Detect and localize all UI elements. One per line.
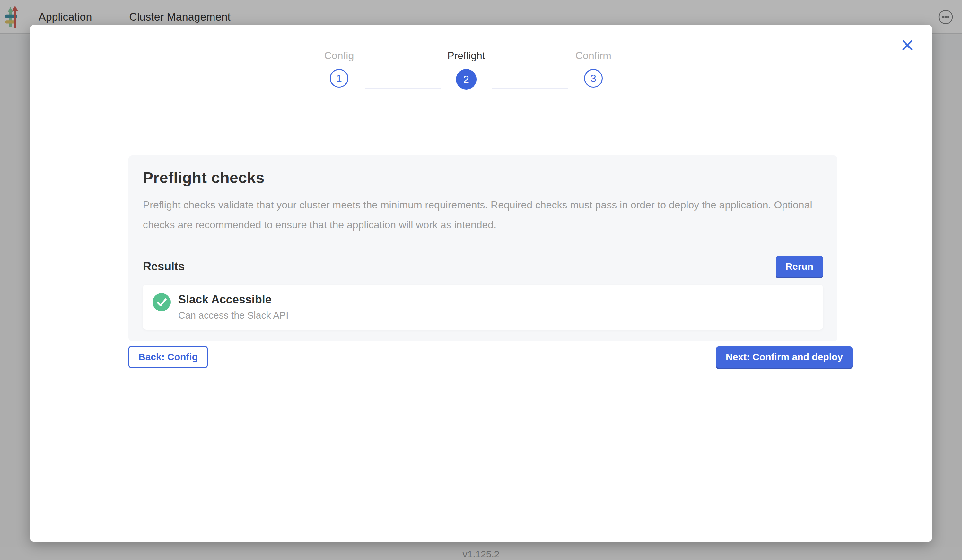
- result-title: Slack Accessible: [178, 292, 289, 307]
- success-check-icon: [153, 293, 171, 311]
- step-preflight-circle[interactable]: 2: [456, 69, 476, 90]
- step-config-label: Config: [324, 50, 354, 61]
- stepper-connector: [365, 88, 441, 89]
- rerun-button[interactable]: Rerun: [776, 256, 823, 277]
- close-icon[interactable]: [901, 39, 914, 52]
- result-detail: Can access the Slack API: [178, 310, 289, 321]
- stepper-connector: [492, 88, 568, 89]
- step-preflight[interactable]: Preflight 2: [441, 50, 492, 90]
- wizard-stepper: Config 1 Preflight 2 Confirm 3: [313, 50, 619, 90]
- step-confirm[interactable]: Confirm 3: [568, 50, 619, 88]
- back-config-button[interactable]: Back: Config: [128, 346, 208, 368]
- preflight-modal: Config 1 Preflight 2 Confirm 3 Preflight…: [29, 25, 933, 542]
- preflight-result-item: Slack Accessible Can access the Slack AP…: [143, 285, 823, 330]
- step-confirm-circle[interactable]: 3: [584, 69, 603, 88]
- panel-description: Preflight checks validate that your clus…: [143, 195, 823, 235]
- step-preflight-label: Preflight: [447, 50, 485, 61]
- preflight-panel: Preflight checks Preflight checks valida…: [128, 155, 838, 341]
- panel-title: Preflight checks: [143, 169, 823, 187]
- result-texts: Slack Accessible Can access the Slack AP…: [178, 292, 289, 321]
- modal-actions: Back: Config Next: Confirm and deploy: [128, 346, 852, 368]
- step-config-circle[interactable]: 1: [330, 69, 349, 88]
- results-heading: Results: [143, 260, 185, 273]
- step-config[interactable]: Config 1: [313, 50, 365, 88]
- step-confirm-label: Confirm: [575, 50, 611, 61]
- next-confirm-deploy-button[interactable]: Next: Confirm and deploy: [716, 347, 852, 368]
- results-header-row: Results Rerun: [143, 256, 823, 277]
